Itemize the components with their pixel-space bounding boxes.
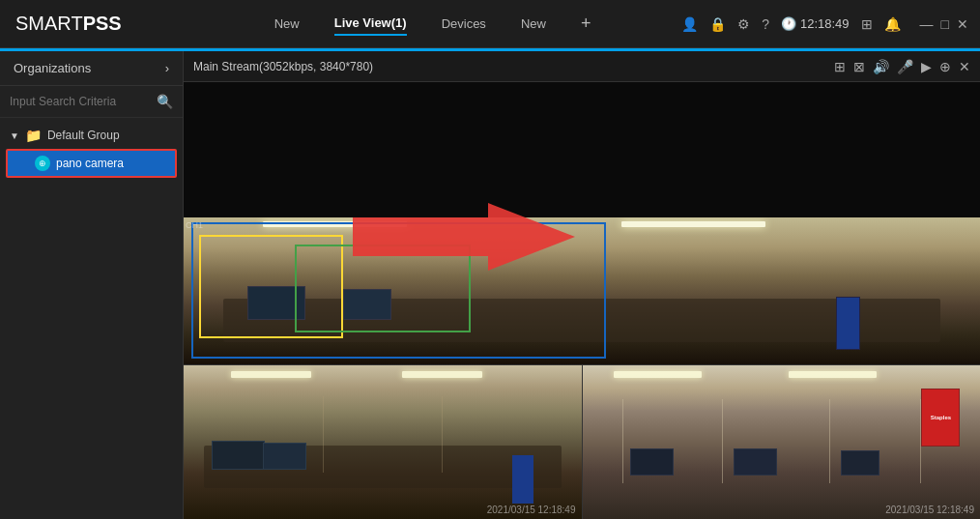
layout-switch-icon[interactable]: ⊞ bbox=[834, 59, 846, 74]
main-layout: Organizations › 🔍 ▼ 📁 Default Group ⊕ pa… bbox=[0, 51, 980, 519]
app-logo: SMART PSS bbox=[0, 13, 184, 35]
stream-title: Main Stream(3052kbps, 3840*780) bbox=[193, 60, 373, 73]
sidebar: Organizations › 🔍 ▼ 📁 Default Group ⊕ pa… bbox=[0, 51, 184, 519]
video-top: CH1 bbox=[184, 82, 980, 364]
content-area: Main Stream(3052kbps, 3840*780) ⊞ ⊠ 🔊 🎤 … bbox=[184, 51, 980, 519]
nav-devices[interactable]: Devices bbox=[442, 13, 486, 35]
nav-new-2[interactable]: New bbox=[521, 13, 546, 35]
search-input[interactable] bbox=[10, 95, 157, 108]
organizations-arrow: › bbox=[165, 61, 169, 75]
user-icon[interactable]: 👤 bbox=[681, 16, 698, 32]
video-bottom: 2021/03/15 12:18:49 bbox=[184, 364, 980, 519]
minimize-button[interactable]: — bbox=[920, 16, 934, 32]
logo-smart: SMART bbox=[15, 13, 83, 35]
play-icon[interactable]: ▶ bbox=[921, 59, 932, 74]
tree-group: ▼ 📁 Default Group ⊕ pano camera bbox=[0, 118, 183, 186]
bottom-left-timestamp: 2021/03/15 12:18:49 bbox=[487, 505, 576, 515]
organizations-header[interactable]: Organizations › bbox=[0, 51, 183, 86]
clock-icon: 🕐 bbox=[781, 16, 796, 31]
bottom-right-timestamp: 2021/03/15 12:18:49 bbox=[885, 505, 974, 515]
maximize-button[interactable]: □ bbox=[941, 16, 949, 32]
organizations-label: Organizations bbox=[14, 61, 91, 75]
search-icon[interactable]: 🔍 bbox=[157, 94, 173, 109]
clock: 🕐 12:18:49 bbox=[781, 16, 850, 31]
group-name: Default Group bbox=[47, 129, 120, 142]
help-icon[interactable]: ? bbox=[762, 16, 769, 32]
search-bar[interactable]: 🔍 bbox=[0, 86, 183, 118]
video-bottom-right: Staples 2021/03/15 12:18:49 bbox=[583, 365, 981, 519]
gear-icon[interactable]: ⚙ bbox=[737, 16, 750, 32]
tree-arrow: ▼ bbox=[10, 130, 19, 141]
video-grid: CH1 bbox=[184, 82, 980, 519]
layout-icon[interactable]: ⊞ bbox=[861, 16, 873, 32]
camera-pano-symbol: ⊕ bbox=[39, 159, 46, 168]
audio-icon[interactable]: 🔊 bbox=[873, 59, 889, 74]
mic-icon[interactable]: 🎤 bbox=[897, 59, 913, 74]
camera-pano-icon: ⊕ bbox=[35, 156, 50, 171]
topbar-right: 👤 🔒 ⚙ ? 🕐 12:18:49 ⊞ 🔔 — □ ✕ bbox=[681, 16, 980, 32]
close-button[interactable]: ✕ bbox=[957, 16, 968, 32]
nav-bar: New Live View(1) Devices New + bbox=[184, 12, 681, 36]
stream-header: Main Stream(3052kbps, 3840*780) ⊞ ⊠ 🔊 🎤 … bbox=[184, 51, 980, 82]
fullscreen-icon[interactable]: ⊠ bbox=[853, 59, 865, 74]
add-stream-icon[interactable]: ⊕ bbox=[939, 59, 951, 74]
clock-time: 12:18:49 bbox=[800, 16, 850, 31]
window-controls: — □ ✕ bbox=[920, 16, 968, 32]
logo-pss: PSS bbox=[83, 13, 122, 35]
nav-live-view[interactable]: Live View(1) bbox=[334, 12, 407, 36]
camera-pano-label: pano camera bbox=[56, 157, 124, 170]
group-folder-icon: 📁 bbox=[25, 128, 42, 143]
bell-icon[interactable]: 🔔 bbox=[884, 16, 901, 32]
stream-controls: ⊞ ⊠ 🔊 🎤 ▶ ⊕ ✕ bbox=[834, 59, 970, 74]
nav-new-1[interactable]: New bbox=[274, 13, 300, 35]
nav-add-button[interactable]: + bbox=[581, 14, 591, 34]
camera-item-pano[interactable]: ⊕ pano camera bbox=[6, 149, 177, 178]
default-group-label[interactable]: ▼ 📁 Default Group bbox=[0, 124, 183, 147]
video-bottom-left: 2021/03/15 12:18:49 bbox=[184, 365, 583, 519]
lock-icon[interactable]: 🔒 bbox=[709, 16, 726, 32]
close-stream-icon[interactable]: ✕ bbox=[959, 59, 970, 74]
topbar: SMART PSS New Live View(1) Devices New +… bbox=[0, 0, 980, 48]
